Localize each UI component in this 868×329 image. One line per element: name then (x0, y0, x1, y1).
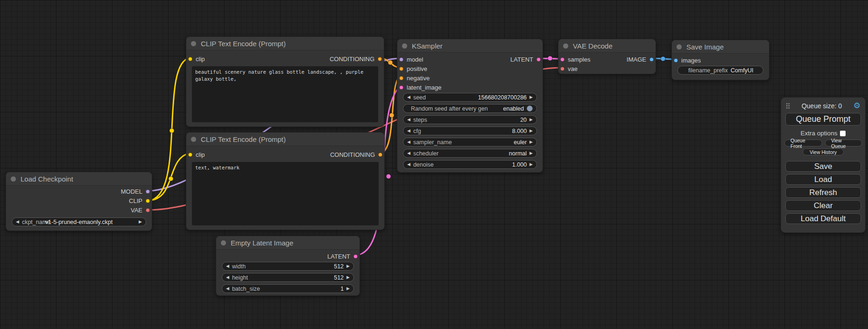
increment-arrow-icon[interactable]: ▶ (529, 129, 533, 133)
node-status-dot (563, 43, 568, 49)
sampler-name-widget[interactable]: ◀ sampler_name euler ▶ (403, 138, 537, 147)
port-label: images (681, 57, 701, 64)
steps-widget[interactable]: ◀ steps 20 ▶ (403, 115, 537, 124)
toggle-knob[interactable] (527, 105, 533, 112)
link-midpoint-dot (169, 176, 173, 181)
node-vae-decode[interactable]: VAE Decode samples IMAGE vae (558, 39, 656, 74)
batch-size-widget[interactable]: ◀ batch_size 1 ▶ (222, 284, 354, 293)
clip-input-port[interactable] (188, 57, 192, 61)
port-label: model (407, 56, 423, 63)
model-input-port[interactable] (399, 57, 403, 62)
link-midpoint-dot (389, 113, 394, 118)
increment-arrow-icon[interactable]: ▶ (346, 264, 350, 268)
positive-input-port[interactable] (399, 67, 403, 71)
increment-arrow-icon[interactable]: ▶ (346, 275, 350, 280)
decrement-arrow-icon[interactable]: ◀ (407, 118, 410, 122)
node-titlebar[interactable]: Load Checkpoint (6, 172, 152, 186)
latent-output-port[interactable] (353, 254, 358, 259)
height-widget[interactable]: ◀ height 512 ▶ (222, 273, 354, 282)
link-clip-to-negative-prompt (148, 153, 190, 201)
conditioning-output-port[interactable] (378, 153, 382, 157)
node-titlebar[interactable]: Empty Latent Image (216, 236, 360, 250)
link-midpoint-dot (386, 174, 391, 179)
load-default-button[interactable]: Load Default (785, 213, 861, 224)
node-status-dot (221, 240, 226, 245)
queue-size-label: Queue size: 0 (802, 102, 842, 110)
clear-button[interactable]: Clear (785, 200, 861, 211)
random-seed-toggle-widget[interactable]: Random seed after every gen enabled (403, 104, 537, 113)
save-button[interactable]: Save (785, 161, 861, 172)
decrement-arrow-icon[interactable]: ◀ (407, 162, 410, 167)
node-title: CLIP Text Encode (Prompt) (201, 40, 286, 48)
decrement-arrow-icon[interactable]: ◀ (407, 129, 410, 133)
port-label: LATENT (510, 56, 533, 63)
positive-prompt-textarea[interactable]: beautiful scenery nature glass bottle la… (192, 66, 378, 122)
conditioning-output-port[interactable] (378, 57, 382, 61)
port-label: IMAGE (627, 56, 646, 63)
node-status-dot (11, 176, 16, 182)
refresh-button[interactable]: Refresh (785, 187, 861, 198)
load-button[interactable]: Load (785, 174, 861, 185)
filename-prefix-widget[interactable]: filename_prefix ComfyUI (677, 66, 763, 75)
decrement-arrow-icon[interactable]: ◀ (226, 287, 229, 291)
increment-arrow-icon[interactable]: ▶ (529, 95, 533, 99)
node-clip-text-encode-positive[interactable]: CLIP Text Encode (Prompt) clip CONDITION… (186, 36, 384, 127)
port-label: negative (407, 75, 430, 82)
queue-prompt-button[interactable]: Queue Prompt (785, 113, 861, 126)
node-titlebar[interactable]: VAE Decode (558, 39, 656, 53)
link-midpoint-dot (548, 56, 552, 61)
extra-options-label: Extra options (801, 130, 838, 137)
increment-arrow-icon[interactable]: ▶ (529, 162, 533, 167)
view-queue-button[interactable]: View Queue (825, 140, 862, 147)
node-load-checkpoint[interactable]: Load Checkpoint MODEL CLIP VAE ◀ ckpt_na… (6, 172, 152, 231)
increment-arrow-icon[interactable]: ▶ (529, 151, 533, 155)
denoise-widget[interactable]: ◀ denoise 1.000 ▶ (403, 160, 537, 169)
view-history-button[interactable]: View History (803, 148, 844, 155)
decrement-arrow-icon[interactable]: ◀ (226, 264, 229, 268)
queue-panel[interactable]: Queue size: 0 ⚙ Queue Prompt Extra optio… (781, 97, 866, 233)
node-ksampler[interactable]: KSampler model LATENT positive negative … (397, 39, 543, 173)
negative-input-port[interactable] (399, 76, 403, 80)
increment-arrow-icon[interactable]: ▶ (529, 140, 533, 144)
queue-front-button[interactable]: Queue Front (784, 140, 822, 147)
node-titlebar[interactable]: CLIP Text Encode (Prompt) (186, 133, 384, 146)
clip-input-port[interactable] (188, 153, 192, 157)
port-label: clip (196, 56, 205, 63)
node-clip-text-encode-negative[interactable]: CLIP Text Encode (Prompt) clip CONDITION… (186, 132, 385, 230)
increment-arrow-icon[interactable]: ▶ (346, 287, 350, 291)
gear-icon[interactable]: ⚙ (854, 102, 861, 110)
vae-output-port[interactable] (146, 208, 150, 212)
negative-prompt-textarea[interactable]: text, watermark (192, 162, 379, 225)
latent-image-input-port[interactable] (399, 85, 403, 90)
node-status-dot (191, 137, 196, 142)
cfg-widget[interactable]: ◀ cfg 8.000 ▶ (403, 126, 537, 135)
seed-widget[interactable]: ◀ seed 156680208700286 ▶ (403, 93, 537, 102)
latent-output-port[interactable] (536, 57, 541, 62)
node-empty-latent-image[interactable]: Empty Latent Image LATENT ◀ width 512 ▶ … (216, 236, 360, 296)
clip-output-port[interactable] (146, 199, 150, 203)
vae-input-port[interactable] (560, 67, 565, 71)
samples-input-port[interactable] (560, 57, 565, 62)
node-title: CLIP Text Encode (Prompt) (201, 135, 286, 143)
decrement-arrow-icon[interactable]: ◀ (407, 95, 410, 99)
image-output-port[interactable] (649, 57, 654, 62)
node-titlebar[interactable]: KSampler (397, 39, 543, 53)
node-titlebar[interactable]: CLIP Text Encode (Prompt) (186, 37, 384, 50)
increment-arrow-icon[interactable]: ▶ (529, 118, 533, 122)
decrement-arrow-icon[interactable]: ◀ (407, 151, 410, 155)
node-titlebar[interactable]: Save Image (672, 40, 769, 54)
decrement-arrow-icon[interactable]: ◀ (407, 140, 410, 144)
link-clip-to-positive-prompt (148, 58, 190, 201)
node-save-image[interactable]: Save Image images filename_prefix ComfyU… (671, 40, 769, 80)
node-graph-canvas[interactable]: Load Checkpoint MODEL CLIP VAE ◀ ckpt_na… (0, 0, 868, 329)
decrement-arrow-icon[interactable]: ◀ (226, 275, 229, 280)
node-title: KSampler (412, 42, 443, 50)
ckpt-name-widget[interactable]: ◀ ckpt_name v1-5-pruned-emaonly.ckpt ▶ (12, 217, 146, 226)
extra-options-checkbox[interactable] (840, 131, 846, 136)
node-title: Empty Latent Image (231, 239, 293, 247)
model-output-port[interactable] (146, 189, 150, 194)
width-widget[interactable]: ◀ width 512 ▶ (222, 262, 354, 271)
images-input-port[interactable] (674, 58, 678, 63)
drag-handle-icon[interactable] (786, 103, 790, 109)
scheduler-widget[interactable]: ◀ scheduler normal ▶ (403, 149, 537, 158)
